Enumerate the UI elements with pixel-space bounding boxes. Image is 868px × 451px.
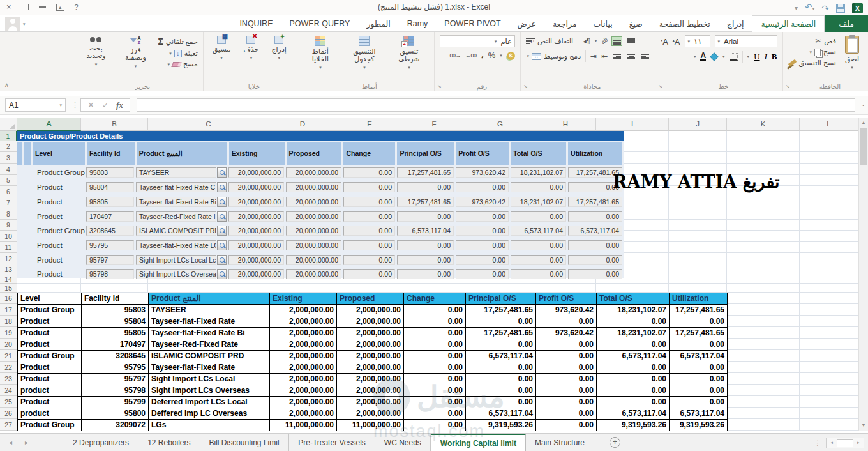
table-cell[interactable]: 95799 <box>82 397 149 408</box>
font-size-select[interactable]: ▾١١ <box>685 35 710 47</box>
row-header-21[interactable]: 21 <box>0 350 17 362</box>
table-cell[interactable]: 17,257,481.65 <box>466 305 536 316</box>
column-header-H[interactable]: H <box>535 118 596 131</box>
sort-filter-button[interactable]: AZ فرز وتصفية ▾ <box>118 35 153 71</box>
row-header-17[interactable]: 17 <box>0 304 17 316</box>
italic-button[interactable]: I <box>765 52 767 62</box>
row-header-25[interactable]: 25 <box>0 396 17 408</box>
column-header-G[interactable]: G <box>465 118 535 131</box>
table-cell[interactable]: Tayseer-flat-Fixed Rate Bi <box>149 328 270 339</box>
sheet-tab-6[interactable]: Main Structure <box>526 434 594 451</box>
align-top-button[interactable] <box>640 37 650 45</box>
form-value-field[interactable]: 0.00 <box>568 269 622 279</box>
row-header-20[interactable]: 20 <box>0 339 17 350</box>
table-cell[interactable]: 18,231,102.07 <box>597 328 670 339</box>
form-value-field[interactable]: 0.00 <box>456 182 509 192</box>
comma-style-button[interactable]: ، <box>481 51 484 60</box>
table-cell[interactable]: 2,000,000.00 <box>337 339 404 351</box>
copy-dropdown-icon[interactable]: ▾ <box>809 50 812 55</box>
search-lookup-icon[interactable] <box>217 211 227 222</box>
row-header-11[interactable]: 11 <box>0 242 17 253</box>
orientation-icon[interactable]: ab <box>600 36 609 45</box>
form-product-field[interactable]: TAYSEER <box>136 167 216 178</box>
search-lookup-icon[interactable] <box>217 255 227 265</box>
table-cell[interactable]: 0.00 <box>466 374 536 385</box>
row-header-27[interactable]: 27 <box>0 419 17 431</box>
enter-icon[interactable]: ✓ <box>102 101 108 110</box>
ribbon-tab-5[interactable]: بيانات <box>585 15 621 32</box>
table-cell[interactable]: TAYSEER <box>149 305 270 316</box>
table-cell[interactable]: 2,000,000.00 <box>337 362 404 374</box>
table-cell[interactable]: 0.00 <box>597 385 670 397</box>
table-cell[interactable]: 0.00 <box>536 420 597 431</box>
ribbon-tab-6[interactable]: مراجعة <box>544 15 585 32</box>
form-value-field[interactable]: 0.00 <box>456 255 509 265</box>
horizontal-scroll-thumb[interactable] <box>837 439 853 447</box>
horizontal-scrollbar[interactable]: ◂ ▸ <box>826 438 864 448</box>
previous-sheet-icon[interactable]: ◂ <box>9 439 12 446</box>
conditional-formatting-dropdown-icon[interactable]: ▾ <box>408 64 410 72</box>
form-value-field[interactable]: 20,000,000.00 <box>228 226 284 236</box>
form-value-field[interactable]: 0.00 <box>343 226 395 236</box>
form-product-field[interactable]: Tayseer-flat-Fixed Rate LC <box>136 240 216 250</box>
form-value-field[interactable]: 6,573,117.04 <box>568 226 622 236</box>
column-header-A[interactable]: A <box>17 118 81 131</box>
cut-button[interactable]: قص ✂ <box>788 36 836 45</box>
align-left-button[interactable] <box>612 52 622 61</box>
table-cell[interactable]: 95803 <box>82 305 149 316</box>
formula-input[interactable] <box>137 98 855 112</box>
form-value-field[interactable]: 0.00 <box>511 211 566 222</box>
table-cell[interactable]: 0.00 <box>536 351 597 362</box>
table-cell[interactable]: 2,000,000.00 <box>337 385 404 397</box>
search-lookup-icon[interactable] <box>217 240 227 250</box>
form-value-field[interactable]: 20,000,000.00 <box>286 226 341 236</box>
form-facility-field[interactable]: 170497 <box>86 211 134 222</box>
table-cell[interactable]: 0.00 <box>404 305 466 316</box>
table-cell[interactable]: Product Group <box>18 305 82 316</box>
select-all-corner[interactable] <box>0 118 17 131</box>
insert-cells-button[interactable]: ＋ إدراج ▾ <box>267 35 290 63</box>
table-cell[interactable]: Sight Import LCs Local <box>149 374 270 385</box>
fill-button[interactable]: تعبئة ↓ ▾ <box>158 49 197 57</box>
font-dialog-launcher-icon[interactable]: ↘ <box>657 84 663 89</box>
decrease-indent-icon[interactable]: ⇤ <box>601 52 608 61</box>
autosum-button[interactable]: جمع تلقائي Σ <box>158 36 197 47</box>
form-value-field[interactable]: 20,000,000.00 <box>286 255 341 265</box>
table-cell[interactable]: 6,573,117.04 <box>597 351 670 362</box>
form-value-field[interactable]: 0.00 <box>397 240 454 250</box>
orientation-dropdown-icon[interactable]: ▾ <box>595 38 597 43</box>
delete-cells-button[interactable]: ✕ حذف ▾ <box>239 35 262 63</box>
table-cell[interactable]: product <box>18 385 82 397</box>
table-cell[interactable]: 0.00 <box>404 420 466 431</box>
form-facility-field[interactable]: 95797 <box>86 255 134 265</box>
ribbon-tab-7[interactable]: عرض <box>509 15 544 32</box>
table-cell[interactable]: 17,257,481.65 <box>670 305 728 316</box>
table-cell[interactable]: 2,000,000.00 <box>270 397 337 408</box>
form-value-field[interactable]: 0.00 <box>343 167 395 178</box>
sheet-tab-0[interactable]: 2 Depropanizers <box>64 434 138 451</box>
grow-font-button[interactable]: A <box>673 36 680 47</box>
table-cell[interactable]: 170497 <box>82 339 149 351</box>
increase-indent-icon[interactable]: ⇥ <box>590 52 597 61</box>
form-facility-field[interactable]: 95803 <box>86 167 134 178</box>
table-cell[interactable]: 18,231,102.07 <box>597 305 670 316</box>
column-header-J[interactable]: J <box>669 118 727 131</box>
table-cell[interactable]: 0.00 <box>466 339 536 351</box>
number-format-select[interactable]: عام ▾ <box>440 35 515 47</box>
insert-function-icon[interactable]: fx <box>116 100 123 111</box>
table-cell[interactable]: 2,000,000.00 <box>270 385 337 397</box>
row-header-5[interactable]: 5 <box>0 175 17 186</box>
form-value-field[interactable]: 0.00 <box>343 255 395 265</box>
form-product-field[interactable]: Sight Import LCs Overseas <box>136 269 216 279</box>
find-select-dropdown-icon[interactable]: ▾ <box>95 61 98 68</box>
ribbon-tab-9[interactable]: Ramy <box>399 15 437 32</box>
form-value-field[interactable]: 0.00 <box>397 255 454 265</box>
fill-dropdown-icon[interactable]: ▾ <box>169 51 172 56</box>
row-header-16[interactable]: 16 <box>0 293 17 304</box>
table-cell[interactable]: Product <box>18 397 82 408</box>
table-cell[interactable]: 95804 <box>82 316 149 328</box>
row-header-15[interactable]: 15 <box>0 284 17 293</box>
table-cell[interactable]: 0.00 <box>536 362 597 374</box>
increase-decimal-button[interactable]: 00← <box>465 52 477 59</box>
sheet-tab-1[interactable]: 12 Reboilers <box>138 434 200 451</box>
